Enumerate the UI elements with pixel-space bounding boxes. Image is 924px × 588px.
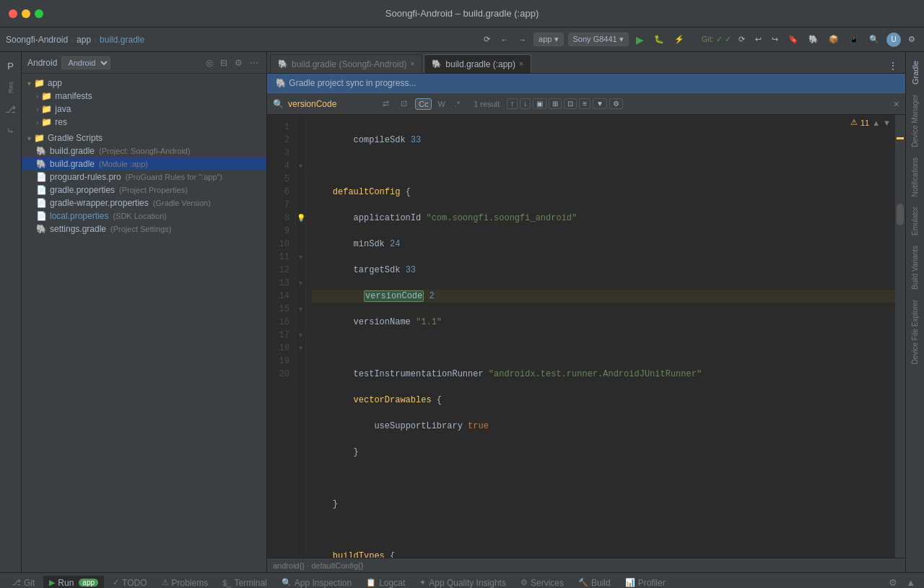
fold-close1[interactable]: ▾ [296,277,305,290]
fold-vectordrawables[interactable]: ▾ [296,251,305,264]
whole-word-btn[interactable]: W [434,98,448,110]
fold-close2[interactable]: ▾ [296,303,305,316]
sidebar-item-pull-requests[interactable]: ⤷ [3,123,19,139]
update-btn[interactable]: ⟳ [736,33,748,46]
search-input[interactable] [288,99,375,109]
debug-button[interactable]: 🐛 [651,33,667,46]
highlight-btn[interactable]: ⊡ [564,98,577,109]
context-btn[interactable]: ≡ [579,98,590,109]
breadcrumb-file[interactable]: build.gradle [100,35,144,45]
tree-item-build-gradle-project[interactable]: 🐘 build.gradle (Project: Soongfi-Android… [22,144,266,157]
avd-btn[interactable]: 📱 [846,33,862,46]
tree-item-manifests[interactable]: › 📁 manifests [22,90,266,103]
locate-file-btn[interactable]: ◎ [204,57,215,69]
scroll-thumb[interactable] [897,204,904,225]
tree-item-res[interactable]: › 📁 res [22,116,266,129]
bottom-settings-btn[interactable]: ⚙ [886,576,900,588]
sync-btn[interactable]: ⟳ [481,33,493,46]
user-avatar[interactable]: U [886,33,901,47]
panel-options-btn[interactable]: ⋯ [248,57,261,69]
regex-btn[interactable]: .* [451,98,463,110]
maximize-button[interactable] [35,9,43,18]
minimize-button[interactable] [22,9,30,18]
more-options-btn[interactable]: ▼ [593,98,607,109]
sidebar-item-notifications[interactable]: Notifications [910,155,920,199]
tab-services[interactable]: ⚙ Services [515,576,570,589]
tree-item-java[interactable]: › 📁 java [22,103,266,116]
multiline-btn[interactable]: ⊡ [397,98,411,110]
close-button[interactable] [9,9,17,18]
sidebar-item-device-file-explorer[interactable]: Device File Explorer [910,297,920,367]
code-editor[interactable]: 1 2 3 4 5 6 7 8 9 10 11 12 13 14 15 16 1… [267,115,905,558]
forward-btn[interactable]: → [515,34,529,46]
view-type-dropdown[interactable]: Android Project [61,56,110,69]
fold-buildtypes[interactable]: ▾ [296,329,305,342]
tree-item-gradle-scripts[interactable]: ▾ 📁 Gradle Scripts [22,131,266,144]
chevron-down-icon-gradle: ▾ [27,134,31,142]
tree-item-settings-gradle[interactable]: 🐘 settings.gradle (Project Settings) [22,222,266,235]
collapse-all-btn[interactable]: ⊟ [218,57,230,69]
pin-btn[interactable]: ⚙ [609,98,623,109]
gradle-sync-btn[interactable]: 🐘 [806,33,821,46]
sidebar-item-emulator[interactable]: Emulator [910,204,920,238]
tab-app-quality[interactable]: ✦ App Quality Insights [414,576,512,589]
code-content[interactable]: compileSdk 33 defaultConfig { applicatio… [306,115,905,558]
run-button[interactable]: ▶ [633,33,647,47]
tab-git[interactable]: ⎇ Git [6,576,40,589]
tab-build[interactable]: 🔨 Build [572,576,616,589]
breadcrumb-project[interactable]: Soongfi-Android [6,35,68,45]
search-everywhere-btn[interactable]: 🔍 [866,33,882,46]
wrap-btn[interactable]: ⊞ [549,98,562,109]
tab-build-gradle-app[interactable]: 🐘 build.gradle (:app) × [424,54,531,73]
tree-item-app[interactable]: ▾ 📁 app [22,77,266,90]
tab-problems[interactable]: ⚠ Problems [156,576,214,589]
tab-logcat[interactable]: 📋 Logcat [360,576,411,589]
bookmark-btn[interactable]: 🔖 [785,33,801,46]
replace-toggle-btn[interactable]: ⇄ [379,98,393,110]
profile-button[interactable]: ⚡ [671,33,687,46]
terminal-icon: $_ [222,579,231,587]
sidebar-item-resource-manager[interactable]: Res [3,79,19,95]
prev-result-btn[interactable]: ↑ [507,98,518,109]
tab-close-project[interactable]: × [410,60,414,68]
run-tab-icon: ▶ [49,578,55,587]
tab-terminal[interactable]: $_ Terminal [217,576,273,589]
next-result-btn[interactable]: ↓ [520,98,531,109]
tab-app-inspection[interactable]: 🔍 App Inspection [276,576,357,589]
redo-btn[interactable]: ↪ [769,33,781,46]
sidebar-item-gradle[interactable]: Gradle [910,58,921,87]
tab-todo[interactable]: ✓ TODO [107,576,152,589]
title-bar: Soongfi-Android – build.gradle (:app) [0,0,924,27]
fold-release[interactable]: ▾ [296,342,305,355]
app-config-dropdown[interactable]: app ▾ [533,33,563,46]
search-close-btn[interactable]: × [894,98,899,110]
breadcrumb-module[interactable]: app [77,35,91,45]
sidebar-item-build-variants[interactable]: Build Variants [910,243,920,293]
recent-files-btn[interactable]: ⋮ [885,59,901,73]
tree-item-local-properties[interactable]: 📄 local.properties (SDK Location) [22,209,266,222]
tab-run[interactable]: ▶ Run app [43,576,104,589]
device-dropdown[interactable]: Sony G8441 ▾ [568,33,629,46]
sidebar-item-project[interactable]: P [3,58,19,74]
tab-build-gradle-project[interactable]: 🐘 build.gradle (Soongfi-Android) × [270,54,422,73]
tree-item-build-gradle-app[interactable]: 🐘 build.gradle (Module :app) [22,157,266,170]
bottom-maximize-btn[interactable]: ▲ [903,576,918,588]
tab-profiler[interactable]: 📊 Profiler [619,576,671,589]
sdk-manager-btn[interactable]: 📦 [826,33,842,46]
filter-btn[interactable]: ▣ [533,98,546,109]
panel-settings-btn[interactable]: ⚙ [232,57,245,69]
tree-item-gradle-properties[interactable]: 📄 gradle.properties (Project Properties) [22,183,266,196]
panel-title: Android [27,58,57,68]
sidebar-item-commit[interactable]: ⎇ [3,101,19,117]
tree-item-gradle-wrapper[interactable]: 📄 gradle-wrapper.properties (Gradle Vers… [22,196,266,209]
back-btn[interactable]: ← [497,34,511,46]
sidebar-item-device-manager[interactable]: Device Manager [910,92,920,150]
case-sensitive-btn[interactable]: Cc [415,98,432,110]
fold-defaultconfig[interactable]: ▾ [296,160,305,173]
profiler-label: Profiler [638,578,666,588]
tree-item-proguard[interactable]: 📄 proguard-rules.pro (ProGuard Rules for… [22,170,266,183]
undo-btn[interactable]: ↩ [752,33,764,46]
tab-close-app[interactable]: × [519,60,523,68]
settings-btn[interactable]: ⚙ [905,33,918,46]
scrollbar[interactable] [895,115,905,558]
